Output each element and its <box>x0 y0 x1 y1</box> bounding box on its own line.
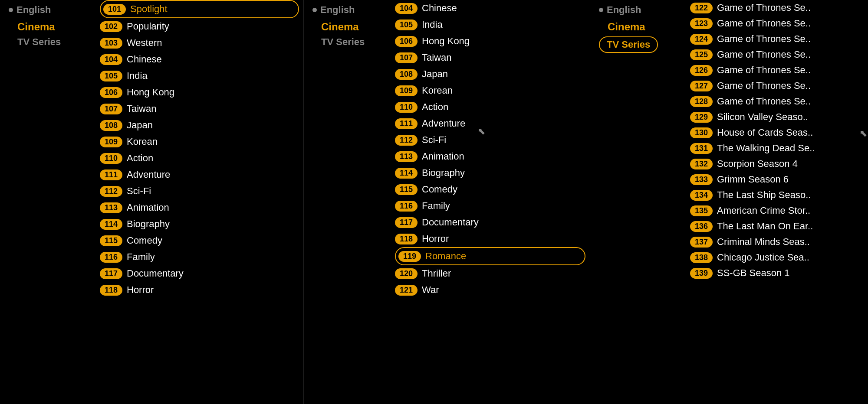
col1-list-item-107[interactable]: 107 Taiwan <box>100 101 299 117</box>
label-col2-116: Family <box>422 200 450 212</box>
col3-tv-item-125[interactable]: 125 Game of Thrones Se.. <box>690 47 864 62</box>
col1-english-item[interactable]: English <box>9 4 87 16</box>
col1-cinema-label[interactable]: Cinema <box>9 21 87 33</box>
col3-tvseries-box[interactable]: TV Series <box>599 36 658 53</box>
col1-list-item-103[interactable]: 103 Western <box>100 35 299 51</box>
badge-col2-117: 117 <box>395 217 418 228</box>
col2-tvseries-label[interactable]: TV Series <box>312 36 382 48</box>
col2-list-item-105[interactable]: 105 India <box>395 16 585 33</box>
col2-list-item-104[interactable]: 104 Chinese <box>395 0 585 16</box>
col1-list-item-109[interactable]: 109 Korean <box>100 134 299 150</box>
col3-tv-item-124[interactable]: 124 Game of Thrones Se.. <box>690 31 864 47</box>
col1-list-item-106[interactable]: 106 Hong Kong <box>100 84 299 101</box>
col2-list-item-107[interactable]: 107 Taiwan <box>395 49 585 66</box>
col3-tv-item-137[interactable]: 137 Criminal Minds Seas.. <box>690 234 864 250</box>
label-118: Horror <box>127 284 154 296</box>
col3-cinema-label[interactable]: Cinema <box>599 21 677 33</box>
col2-list-item-119[interactable]: 119 Romance <box>395 247 585 265</box>
badge-115: 115 <box>100 235 122 246</box>
col1-list-item-102[interactable]: 102 Popularity <box>100 18 299 35</box>
col3-tv-item-139[interactable]: 139 SS-GB Season 1 <box>690 265 864 281</box>
col2-nav: English Cinema TV Series <box>304 0 391 404</box>
col1-tvseries-label[interactable]: TV Series <box>9 36 87 48</box>
col1-list-item-104[interactable]: 104 Chinese <box>100 51 299 68</box>
badge-107: 107 <box>100 104 122 114</box>
col2-list-item-117[interactable]: 117 Documentary <box>395 214 585 231</box>
col3-tv-item-123[interactable]: 123 Game of Thrones Se.. <box>690 16 864 31</box>
col2-list-item-113[interactable]: 113 Animation <box>395 148 585 165</box>
col1-bullet <box>9 8 13 12</box>
tv-badge-137: 137 <box>690 237 713 248</box>
col1-list-item-110[interactable]: 110 Action <box>100 150 299 166</box>
tv-label-138: Chicago Justice Sea.. <box>717 252 809 263</box>
label-col2-113: Animation <box>422 151 464 162</box>
col1-list-item-108[interactable]: 108 Japan <box>100 117 299 134</box>
tv-badge-139: 139 <box>690 268 713 279</box>
col2-cinema-label[interactable]: Cinema <box>312 21 382 33</box>
col3-tv-item-134[interactable]: 134 The Last Ship Seaso.. <box>690 187 864 203</box>
badge-113: 113 <box>100 202 122 213</box>
col1-list: 101 Spotlight 102 Popularity 103 Western… <box>95 0 303 404</box>
col3-tv-item-132[interactable]: 132 Scorpion Season 4 <box>690 156 864 172</box>
tv-label-122: Game of Thrones Se.. <box>717 2 811 13</box>
col3-tv-item-127[interactable]: 127 Game of Thrones Se.. <box>690 78 864 94</box>
col3-english-item[interactable]: English <box>599 4 677 16</box>
tv-badge-134: 134 <box>690 190 713 201</box>
label-109: Korean <box>127 136 158 147</box>
col2-list-item-120[interactable]: 120 Thriller <box>395 265 585 282</box>
col2-list-item-110[interactable]: 110 Action <box>395 99 585 115</box>
badge-col2-111: 111 <box>395 118 418 129</box>
col3-tv-item-128[interactable]: 128 Game of Thrones Se.. <box>690 94 864 109</box>
col2-list-item-116[interactable]: 116 Family <box>395 198 585 214</box>
col3-tv-item-135[interactable]: 135 American Crime Stor.. <box>690 203 864 218</box>
col3-tv-item-136[interactable]: 136 The Last Man On Ear.. <box>690 218 864 234</box>
col1-list-item-101[interactable]: 101 Spotlight <box>100 0 299 18</box>
col2-list-item-109[interactable]: 109 Korean <box>395 82 585 99</box>
tv-label-125: Game of Thrones Se.. <box>717 49 811 60</box>
col1-list-item-114[interactable]: 114 Biography <box>100 216 299 232</box>
badge-col2-120: 120 <box>395 268 418 279</box>
col2-list-item-106[interactable]: 106 Hong Kong <box>395 33 585 49</box>
tv-label-134: The Last Ship Seaso.. <box>717 189 811 201</box>
badge-col2-118: 118 <box>395 234 418 244</box>
badge-col2-107: 107 <box>395 52 418 63</box>
badge-col2-121: 121 <box>395 285 418 296</box>
col1-list-item-116[interactable]: 116 Family <box>100 249 299 265</box>
col1-list-item-115[interactable]: 115 Comedy <box>100 232 299 249</box>
badge-105: 105 <box>100 71 122 81</box>
col3-tv-item-138[interactable]: 138 Chicago Justice Sea.. <box>690 250 864 265</box>
label-col2-111: Adventure <box>422 118 465 129</box>
col1-list-item-112[interactable]: 112 Sci-Fi <box>100 183 299 199</box>
tv-badge-130: 130 <box>690 127 713 138</box>
col3-tv-item-130[interactable]: 130 House of Cards Seas.. <box>690 125 864 140</box>
col3-tv-item-131[interactable]: 131 The Walking Dead Se.. <box>690 140 864 156</box>
col3-nav: English Cinema TV Series <box>590 0 686 404</box>
col3-tv-item-133[interactable]: 133 Grimm Season 6 <box>690 172 864 187</box>
col2-english-item[interactable]: English <box>312 4 382 16</box>
col3-tv-item-126[interactable]: 126 Game of Thrones Se.. <box>690 62 864 78</box>
label-col2-117: Documentary <box>422 217 479 228</box>
col1-list-item-105[interactable]: 105 India <box>100 68 299 84</box>
col2-list-item-112[interactable]: 112 Sci-Fi <box>395 132 585 148</box>
col2-list-item-108[interactable]: 108 Japan <box>395 66 585 82</box>
badge-104: 104 <box>100 54 122 65</box>
col2-list-item-114[interactable]: 114 Biography <box>395 165 585 181</box>
col1-list-item-117[interactable]: 117 Documentary <box>100 265 299 282</box>
badge-109: 109 <box>100 137 122 147</box>
col2-list-item-115[interactable]: 115 Comedy <box>395 181 585 198</box>
label-110: Action <box>127 153 153 164</box>
label-col2-107: Taiwan <box>422 52 451 63</box>
badge-col2-105: 105 <box>395 20 418 30</box>
label-col2-112: Sci-Fi <box>422 134 446 146</box>
col1-list-item-113[interactable]: 113 Animation <box>100 199 299 216</box>
badge-col2-104: 104 <box>395 3 418 14</box>
col1-list-item-118[interactable]: 118 Horror <box>100 282 299 298</box>
label-col2-119: Romance <box>425 251 466 262</box>
column-1: English Cinema TV Series 101 Spotlight 1… <box>0 0 304 404</box>
col2-list-item-111[interactable]: 111 Adventure <box>395 115 585 132</box>
col1-list-item-111[interactable]: 111 Adventure <box>100 166 299 183</box>
col2-list-item-121[interactable]: 121 War <box>395 282 585 298</box>
col2-list-item-118[interactable]: 118 Horror <box>395 231 585 247</box>
col3-tv-item-129[interactable]: 129 Silicon Valley Seaso.. <box>690 109 864 125</box>
col3-tv-item-122[interactable]: 122 Game of Thrones Se.. <box>690 0 864 16</box>
